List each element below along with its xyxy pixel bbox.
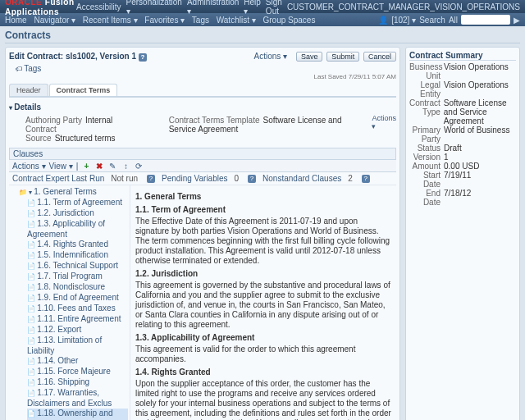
help-menu[interactable]: Help ▾ — [244, 0, 261, 16]
cancel-button[interactable]: Cancel — [363, 52, 396, 62]
clause-tree[interactable]: ▾1. General Terms 1.1. Term of Agreement… — [9, 185, 130, 420]
add-icon[interactable]: + — [81, 161, 91, 171]
tree-item[interactable]: 1.3. Applicability of Agreement — [27, 219, 128, 240]
summary-key: Legal Entity — [409, 80, 444, 98]
actions-menu[interactable]: Actions ▾ — [254, 52, 288, 61]
summary-key: Status — [409, 144, 444, 153]
tree-item[interactable]: 1.17. Warranties, Disclaimers and Exclus — [27, 388, 128, 409]
tree-item[interactable]: 1.15. Force Majeure — [27, 367, 128, 377]
tree-item[interactable]: 1.6. Technical Support — [27, 261, 128, 272]
doc-h11: 1.1. Term of Agreement — [135, 205, 391, 215]
save-button[interactable]: Save — [296, 52, 323, 62]
summary-val: Vision Operations — [444, 62, 509, 80]
admin-menu[interactable]: Administration ▾ — [187, 0, 239, 16]
current-user: CUSTOMER_CONTRACT_MANAGER_VISION_OPERATI… — [287, 2, 520, 11]
doc-h13: 1.3. Applicability of Agreement — [135, 333, 391, 343]
refresh-icon[interactable]: ⟳ — [134, 161, 144, 171]
personalization-menu[interactable]: Personalization ▾ — [126, 0, 182, 16]
home-link[interactable]: Home — [5, 16, 27, 25]
tree-item[interactable]: 1.5. Indemnification — [27, 250, 128, 261]
doc-p13: This agreement is valid for the order to… — [135, 345, 391, 364]
summary-key: Start Date — [409, 171, 444, 189]
oracle-logo: ORACLE — [5, 0, 42, 7]
user-badge[interactable]: [102] ▾ — [391, 16, 416, 25]
summary-val: 0.00 USD — [444, 162, 479, 171]
pending-label[interactable]: Pending Variables — [162, 174, 227, 183]
summary-val: Draft — [444, 144, 462, 153]
submit-button[interactable]: Submit — [326, 52, 359, 62]
edit-title: Edit Contract: sls1002, Version 1 — [9, 52, 136, 61]
pending-value: 0 — [235, 174, 240, 183]
recent-items-menu[interactable]: Recent Items ▾ — [83, 16, 138, 25]
clause-document[interactable]: 1. General Terms 1.1. Term of Agreement … — [130, 185, 396, 420]
tags-link[interactable]: Tags — [192, 16, 209, 25]
tree-item[interactable]: 1.12. Export — [27, 325, 128, 336]
help-icon[interactable]: ? — [248, 175, 256, 183]
summary-val: Vision Operations — [444, 80, 509, 98]
tree-item[interactable]: 1.1. Term of Agreement — [27, 198, 128, 208]
doc-h12: 1.2. Jurisdiction — [135, 269, 391, 279]
tree-item[interactable]: 1.16. Shipping — [27, 377, 128, 388]
tree-item[interactable]: 1.8. Nondisclosure — [27, 282, 128, 293]
doc-h14: 1.4. Rights Granted — [135, 368, 391, 377]
doc-p11: The Effective Date of this Agreement is … — [135, 217, 391, 266]
nonstd-value: 2 — [348, 174, 353, 183]
details-header[interactable]: Details — [9, 103, 396, 112]
tree-section-1[interactable]: ▾1. General Terms 1.1. Term of Agreement… — [19, 187, 128, 420]
tree-item[interactable]: 1.10. Fees and Taxes — [27, 304, 128, 314]
doc-p12: This agreement is governed by the substa… — [135, 281, 391, 330]
navigator-menu[interactable]: Navigator ▾ — [34, 16, 75, 25]
tab-contract-terms[interactable]: Contract Terms — [49, 84, 118, 96]
clauses-view[interactable]: View ▾ — [49, 162, 73, 171]
tree-item[interactable]: 1.7. Trial Program — [27, 272, 128, 282]
delete-icon[interactable]: ✖ — [94, 161, 104, 171]
favorites-menu[interactable]: Favorites ▾ — [144, 16, 185, 25]
help-icon[interactable]: ? — [147, 175, 155, 183]
watchlist-menu[interactable]: Watchlist ▾ — [217, 16, 256, 25]
summary-val: Software License and Service Agreement — [444, 98, 516, 126]
move-icon[interactable]: ↕ — [121, 161, 130, 171]
clauses-actions[interactable]: Actions ▾ — [12, 162, 46, 171]
search-label: Search — [419, 16, 445, 25]
summary-key: Primary Party — [409, 126, 444, 144]
edit-icon[interactable]: ✎ — [107, 161, 117, 171]
help-icon[interactable]: ? — [139, 53, 147, 62]
search-go-button[interactable]: ▶ — [514, 16, 520, 25]
authoring-party-value: Internal — [85, 116, 112, 125]
summary-title: Contract Summary — [409, 51, 516, 61]
tree-item[interactable]: 1.14. Other — [27, 356, 128, 367]
tree-item[interactable]: 1.13. Limitation of Liability — [27, 336, 128, 356]
contract-source-value: Structured terms — [55, 134, 116, 143]
tree-item[interactable]: 1.11. Entire Agreement — [27, 314, 128, 325]
tree-item[interactable]: 1.4. Rights Granted — [27, 240, 128, 250]
expert-label: Contract Expert Last Run — [12, 174, 104, 183]
doc-h1: 1. General Terms — [135, 192, 391, 202]
accessibility-link[interactable]: Accessibility — [76, 2, 121, 11]
summary-key: Version — [409, 153, 444, 162]
tree-item[interactable]: 1.18. Ownership and Restrictions — [27, 409, 128, 420]
details-actions-menu[interactable]: Actions ▾ — [372, 114, 396, 130]
contract-source-label: Contract Source — [25, 125, 57, 143]
summary-val: 7/18/12 — [444, 189, 471, 207]
tab-header[interactable]: Header — [9, 84, 48, 96]
search-input[interactable] — [461, 15, 510, 25]
page-title: Contracts — [5, 30, 520, 43]
group-spaces-link[interactable]: Group Spaces — [262, 16, 315, 25]
signout-link[interactable]: Sign Out — [266, 0, 282, 16]
doc-p14: Upon the supplier acceptance of this ord… — [135, 379, 391, 420]
template-label: Contract Terms Template — [169, 116, 260, 125]
tree-item[interactable]: 1.9. End of Agreement — [27, 293, 128, 304]
summary-val: 1 — [444, 153, 449, 162]
search-scope[interactable]: All — [449, 16, 458, 25]
expert-value: Not run — [111, 174, 138, 183]
summary-key: Business Unit — [409, 62, 444, 80]
tree-item[interactable]: 1.2. Jurisdiction — [27, 208, 128, 219]
last-saved: Last Saved 7/29/11 5:07 AM — [9, 73, 396, 80]
tags-link-sub[interactable]: Tags — [24, 64, 41, 73]
nonstd-label[interactable]: Nonstandard Clauses — [262, 174, 341, 183]
summary-key: Amount — [409, 162, 444, 171]
help-icon[interactable]: ? — [362, 175, 370, 183]
summary-val: 7/19/11 — [444, 171, 471, 189]
summary-key: Contract Type — [409, 98, 444, 126]
summary-val: World of Business — [444, 126, 509, 144]
